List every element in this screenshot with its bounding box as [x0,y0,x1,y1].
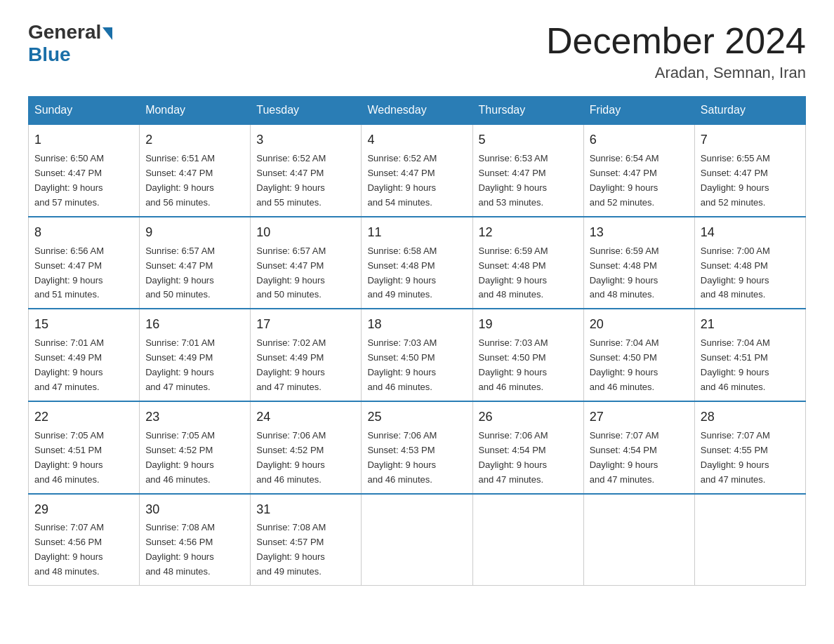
table-row: 7Sunrise: 6:55 AMSunset: 4:47 PMDaylight… [694,124,805,217]
table-row: 12Sunrise: 6:59 AMSunset: 4:48 PMDayligh… [472,217,583,309]
table-row: 13Sunrise: 6:59 AMSunset: 4:48 PMDayligh… [583,217,694,309]
day-info: Sunrise: 6:51 AMSunset: 4:47 PMDaylight:… [145,153,215,208]
day-number: 2 [145,130,244,150]
day-number: 29 [34,500,133,520]
day-info: Sunrise: 7:07 AMSunset: 4:56 PMDaylight:… [34,522,104,577]
day-number: 25 [367,408,466,427]
page-header: General Blue December 2024 Aradan, Semna… [28,21,806,82]
day-number: 27 [590,408,689,427]
day-number: 23 [145,408,244,427]
day-info: Sunrise: 6:52 AMSunset: 4:47 PMDaylight:… [256,153,326,208]
day-number: 17 [256,315,355,335]
table-row: 11Sunrise: 6:58 AMSunset: 4:48 PMDayligh… [362,217,472,309]
col-friday: Friday [583,97,694,125]
day-info: Sunrise: 7:01 AMSunset: 4:49 PMDaylight:… [145,337,215,392]
day-info: Sunrise: 7:00 AMSunset: 4:48 PMDaylight:… [701,246,770,300]
day-info: Sunrise: 7:01 AMSunset: 4:49 PMDaylight:… [34,337,104,392]
day-info: Sunrise: 6:50 AMSunset: 4:47 PMDaylight:… [34,153,104,208]
day-number: 12 [479,223,578,243]
day-info: Sunrise: 7:02 AMSunset: 4:49 PMDaylight:… [256,337,326,392]
day-number: 11 [367,223,466,243]
day-info: Sunrise: 6:57 AMSunset: 4:47 PMDaylight:… [145,246,215,300]
day-info: Sunrise: 7:05 AMSunset: 4:51 PMDaylight:… [34,430,104,485]
col-saturday: Saturday [694,97,805,125]
day-number: 15 [34,315,133,335]
month-title: December 2024 [546,21,806,61]
table-row: 17Sunrise: 7:02 AMSunset: 4:49 PMDayligh… [251,309,362,401]
day-info: Sunrise: 6:57 AMSunset: 4:47 PMDaylight:… [256,246,326,300]
table-row: 14Sunrise: 7:00 AMSunset: 4:48 PMDayligh… [694,217,805,309]
day-info: Sunrise: 7:06 AMSunset: 4:52 PMDaylight:… [256,430,326,485]
day-number: 24 [256,408,355,427]
table-row: 24Sunrise: 7:06 AMSunset: 4:52 PMDayligh… [251,401,362,494]
table-row [694,494,805,586]
day-info: Sunrise: 7:03 AMSunset: 4:50 PMDaylight:… [479,337,548,392]
table-row: 26Sunrise: 7:06 AMSunset: 4:54 PMDayligh… [472,401,583,494]
day-info: Sunrise: 7:07 AMSunset: 4:54 PMDaylight:… [590,430,659,485]
day-number: 3 [256,130,355,150]
day-number: 18 [367,315,466,335]
table-row: 22Sunrise: 7:05 AMSunset: 4:51 PMDayligh… [29,401,140,494]
week-row-5: 29Sunrise: 7:07 AMSunset: 4:56 PMDayligh… [29,494,806,586]
day-info: Sunrise: 7:03 AMSunset: 4:50 PMDaylight:… [367,337,437,392]
day-info: Sunrise: 6:56 AMSunset: 4:47 PMDaylight:… [34,246,104,300]
table-row: 29Sunrise: 7:07 AMSunset: 4:56 PMDayligh… [29,494,140,586]
day-number: 8 [34,223,133,243]
header-row: Sunday Monday Tuesday Wednesday Thursday… [29,97,806,125]
table-row: 10Sunrise: 6:57 AMSunset: 4:47 PMDayligh… [251,217,362,309]
day-number: 1 [34,130,133,150]
table-row: 6Sunrise: 6:54 AMSunset: 4:47 PMDaylight… [583,124,694,217]
logo-blue-text: Blue [28,43,112,66]
col-monday: Monday [140,97,251,125]
table-row: 28Sunrise: 7:07 AMSunset: 4:55 PMDayligh… [694,401,805,494]
day-number: 31 [256,500,355,520]
day-info: Sunrise: 7:05 AMSunset: 4:52 PMDaylight:… [145,430,215,485]
day-number: 14 [701,223,800,243]
week-row-2: 8Sunrise: 6:56 AMSunset: 4:47 PMDaylight… [29,217,806,309]
table-row: 9Sunrise: 6:57 AMSunset: 4:47 PMDaylight… [140,217,251,309]
col-thursday: Thursday [472,97,583,125]
day-number: 19 [479,315,578,335]
day-number: 16 [145,315,244,335]
day-number: 26 [479,408,578,427]
table-row: 4Sunrise: 6:52 AMSunset: 4:47 PMDaylight… [362,124,472,217]
week-row-4: 22Sunrise: 7:05 AMSunset: 4:51 PMDayligh… [29,401,806,494]
day-number: 21 [701,315,800,335]
day-info: Sunrise: 6:54 AMSunset: 4:47 PMDaylight:… [590,153,659,208]
day-info: Sunrise: 6:59 AMSunset: 4:48 PMDaylight:… [590,246,659,300]
day-number: 10 [256,223,355,243]
table-row: 2Sunrise: 6:51 AMSunset: 4:47 PMDaylight… [140,124,251,217]
day-info: Sunrise: 7:08 AMSunset: 4:57 PMDaylight:… [256,522,326,577]
table-row: 20Sunrise: 7:04 AMSunset: 4:50 PMDayligh… [583,309,694,401]
table-row: 19Sunrise: 7:03 AMSunset: 4:50 PMDayligh… [472,309,583,401]
day-info: Sunrise: 7:04 AMSunset: 4:50 PMDaylight:… [590,337,659,392]
day-number: 9 [145,223,244,243]
day-number: 4 [367,130,466,150]
day-number: 13 [590,223,689,243]
table-row [472,494,583,586]
day-number: 6 [590,130,689,150]
table-row: 30Sunrise: 7:08 AMSunset: 4:56 PMDayligh… [140,494,251,586]
day-number: 28 [701,408,800,427]
week-row-1: 1Sunrise: 6:50 AMSunset: 4:47 PMDaylight… [29,124,806,217]
day-info: Sunrise: 7:08 AMSunset: 4:56 PMDaylight:… [145,522,215,577]
table-row: 21Sunrise: 7:04 AMSunset: 4:51 PMDayligh… [694,309,805,401]
logo-general-text: General [28,21,101,43]
table-row: 8Sunrise: 6:56 AMSunset: 4:47 PMDaylight… [29,217,140,309]
day-info: Sunrise: 6:53 AMSunset: 4:47 PMDaylight:… [479,153,548,208]
location: Aradan, Semnan, Iran [546,64,806,82]
table-row: 3Sunrise: 6:52 AMSunset: 4:47 PMDaylight… [251,124,362,217]
logo-arrow-icon [102,27,112,40]
day-number: 20 [590,315,689,335]
week-row-3: 15Sunrise: 7:01 AMSunset: 4:49 PMDayligh… [29,309,806,401]
col-sunday: Sunday [29,97,140,125]
day-info: Sunrise: 7:07 AMSunset: 4:55 PMDaylight:… [701,430,770,485]
day-info: Sunrise: 6:59 AMSunset: 4:48 PMDaylight:… [479,246,548,300]
table-row: 25Sunrise: 7:06 AMSunset: 4:53 PMDayligh… [362,401,472,494]
day-info: Sunrise: 7:04 AMSunset: 4:51 PMDaylight:… [701,337,770,392]
logo: General Blue [28,21,112,66]
table-row: 18Sunrise: 7:03 AMSunset: 4:50 PMDayligh… [362,309,472,401]
col-tuesday: Tuesday [251,97,362,125]
day-info: Sunrise: 6:52 AMSunset: 4:47 PMDaylight:… [367,153,437,208]
table-row [362,494,472,586]
